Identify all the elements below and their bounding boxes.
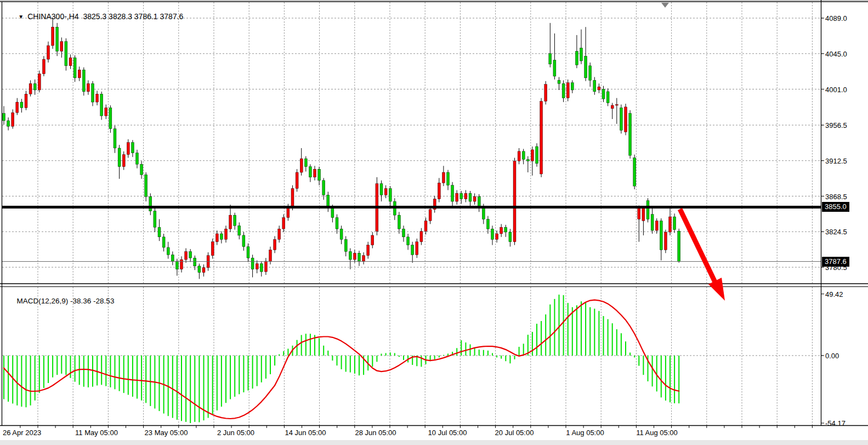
candle-body-down [451,185,454,201]
candle-body-down [629,114,632,156]
candle-body-down [318,169,321,181]
candle-body-down [242,235,245,247]
trend-arrow-shaft[interactable] [680,209,715,282]
candle-body-down [589,66,592,80]
candle-body-down [522,151,525,160]
candle-body-up [202,268,205,273]
candle-body-down [344,239,347,251]
trading-chart-window: ▼CHINA300-,H4 3825.3 3828.3 3786.1 3787.… [0,0,868,445]
candle-body-down [149,196,152,211]
candle-body-down [331,207,334,217]
candle-body-up [69,58,72,66]
candle-body-down [118,148,121,167]
candle-body-down [447,172,450,185]
candle-body-down [402,229,405,237]
candle-body-down [220,234,223,239]
candle-body-up [362,256,365,261]
candle-body-up [540,102,543,174]
candle-body-up [669,217,672,232]
candle-body-down [478,196,480,207]
candle-body-up [314,169,316,177]
candle-body-down [3,114,5,121]
candle-body-up [353,253,356,260]
candle-body-up [300,159,303,172]
candle-body-down [580,48,583,61]
candle-body-down [673,217,676,230]
candle-body-up [291,189,294,207]
candle-body-up [38,74,41,90]
candle-body-up [96,94,99,102]
candle-body-down [131,143,134,153]
candle-body-down [322,181,325,195]
candle-body-up [473,196,476,201]
candle-body-up [429,210,432,221]
candle-body-up [367,245,370,256]
chart-canvas[interactable] [0,0,868,445]
candle-body-down [189,251,192,258]
candle-body-down [380,184,383,195]
candle-body-up [566,83,569,98]
candle-body-down [304,159,307,167]
candle-body-down [251,258,254,269]
candle-body-down [198,266,201,273]
candle-body-down [20,102,23,108]
candle-body-down [460,193,463,199]
trend-arrow-head[interactable] [708,278,725,301]
candle-body-down [575,51,578,65]
candle-body-down [194,258,196,266]
candle-body-up [456,193,458,201]
candle-body-up [264,261,267,272]
candle-body-down [33,83,36,90]
candle-body-down [585,56,587,78]
candle-body-down [509,232,512,242]
candle-body-up [420,232,423,242]
candle-body-down [82,70,85,92]
candle-body-up [225,229,228,239]
candle-body-down [73,58,76,78]
candle-body-down [504,227,507,232]
candle-body-down [593,80,596,92]
candle-body-up [496,234,498,239]
candle-body-up [371,235,374,245]
candle-body-down [349,251,351,260]
candle-body-up [518,151,520,161]
candle-body-up [105,108,107,116]
chart-shift-marker-icon[interactable] [661,3,669,8]
candle-body-down [398,215,400,229]
candle-body-down [114,129,116,148]
candle-body-up [655,221,658,230]
candle-body-down [171,255,174,261]
candle-body-down [175,261,178,269]
candle-body-up [16,102,19,112]
candle-body-up [642,207,645,221]
candle-body-up [180,260,183,269]
candle-body-down [136,153,139,165]
candle-body-down [651,215,654,230]
candle-body-down [109,108,112,128]
candle-body-down [482,207,485,219]
candle-body-down [92,83,94,102]
candle-body-up [185,251,188,260]
candle-body-down [145,175,147,197]
candle-body-up [78,70,81,78]
candle-body-up [47,46,50,59]
candle-body-down [549,54,552,64]
candle-body-down [602,89,605,99]
candle-body-down [340,229,343,239]
candle-body-up [256,263,258,269]
candle-body-down [389,189,392,202]
candle-body-down [162,237,165,247]
candle-body-up [52,27,54,46]
candle-body-down [336,218,338,229]
candle-body-down [158,227,161,237]
candle-body-up [615,104,618,105]
candle-body-up [12,112,14,126]
candle-body-up [229,215,232,229]
candle-body-down [678,231,680,261]
candle-body-down [65,42,67,66]
candle-body-down [469,193,472,201]
candle-body-down [536,147,538,164]
candle-body-up [269,250,272,261]
candle-body-down [309,167,311,177]
candle-body-up [215,234,218,242]
